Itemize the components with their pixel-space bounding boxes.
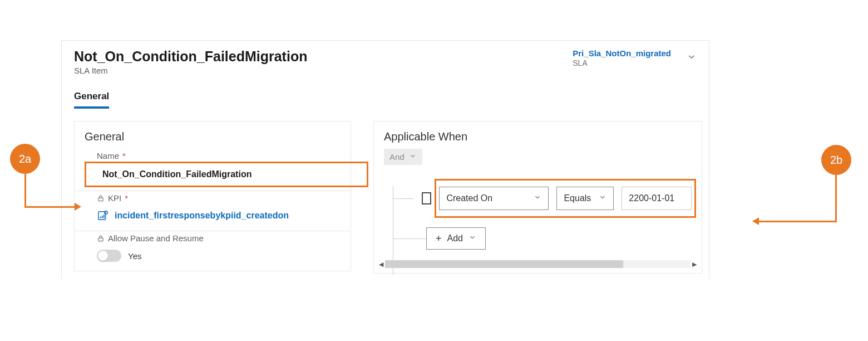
allow-pause-toggle[interactable] (97, 250, 121, 262)
svg-rect-0 (98, 198, 103, 201)
arrow-right-icon (75, 203, 81, 211)
scroll-track[interactable] (385, 260, 691, 268)
related-sla-link[interactable]: Pri_Sla_NotOn_migrated (573, 48, 671, 58)
lock-icon (97, 194, 105, 202)
allow-pause-toggle-row: Yes (97, 246, 341, 265)
related-sla-sub: SLA (573, 59, 671, 67)
svg-rect-2 (100, 217, 101, 218)
svg-rect-3 (102, 216, 103, 218)
svg-rect-6 (98, 238, 103, 241)
svg-rect-4 (103, 215, 105, 218)
group-operator-label: And (389, 152, 405, 162)
allow-pause-label: Allow Pause and Resume (108, 233, 204, 243)
callout-line (24, 206, 76, 208)
tree-connector (393, 198, 414, 199)
callout-line (835, 175, 837, 222)
chevron-down-icon (468, 233, 476, 243)
related-sla-block[interactable]: Pri_Sla_NotOn_migrated SLA (573, 48, 697, 67)
scroll-right-arrow[interactable]: ▶ (691, 261, 698, 268)
lock-icon (97, 235, 105, 242)
page-title: Not_On_Condition_FailedMigration (74, 48, 307, 65)
kpi-entity-icon (97, 210, 109, 222)
name-label-row: Name* (97, 151, 341, 160)
highlight-condition (435, 179, 696, 218)
callout-badge-2a: 2a (10, 144, 40, 174)
group-operator-pill[interactable]: And (384, 149, 422, 165)
allow-label-row: Allow Pause and Resume (97, 233, 341, 243)
applicable-panel-title: Applicable When (374, 121, 702, 149)
general-panel-title: General (75, 121, 351, 149)
callout-line (758, 221, 837, 222)
kpi-label-row: KPI* (97, 193, 341, 203)
horizontal-scrollbar[interactable]: ◀ ▶ (377, 260, 698, 269)
required-indicator: * (122, 151, 126, 160)
tab-bar: General (62, 77, 709, 109)
svg-point-5 (105, 211, 108, 215)
highlight-name (85, 162, 368, 187)
field-kpi: KPI* incident_firstresponsebykpiid_creat… (75, 191, 351, 231)
kpi-value-link[interactable]: incident_firstresponsebykpiid_createdon (115, 211, 289, 221)
add-condition-button[interactable]: + Add (426, 227, 486, 250)
condition-row-checkbox[interactable] (422, 192, 431, 204)
form-header: Not_On_Condition_FailedMigration SLA Ite… (62, 41, 709, 77)
plus-icon: + (436, 233, 442, 245)
name-label: Name (97, 151, 119, 160)
add-button-label: Add (447, 233, 463, 243)
general-panel: General Name* Not_On_Condition_FailedMig… (74, 121, 351, 271)
scroll-thumb[interactable] (385, 260, 623, 268)
tree-connector (393, 238, 426, 239)
add-condition-row: + Add (384, 227, 692, 250)
record-type-subtitle: SLA Item (74, 66, 307, 75)
callout-badge-2b: 2b (821, 145, 851, 175)
kpi-label: KPI (108, 193, 121, 203)
scroll-left-arrow[interactable]: ◀ (377, 261, 385, 268)
field-allow-pause: Allow Pause and Resume Yes (75, 231, 351, 271)
tab-general[interactable]: General (74, 87, 109, 109)
chevron-down-icon[interactable] (687, 52, 697, 64)
related-sla-text: Pri_Sla_NotOn_migrated SLA (573, 48, 671, 67)
required-indicator: * (125, 193, 128, 203)
allow-pause-value: Yes (128, 251, 141, 261)
chevron-down-icon (409, 152, 417, 162)
arrow-left-icon (752, 217, 759, 225)
callout-line (24, 174, 26, 207)
title-block: Not_On_Condition_FailedMigration SLA Ite… (74, 48, 307, 75)
kpi-value-row: incident_firstresponsebykpiid_createdon (97, 206, 341, 225)
sla-item-form: Not_On_Condition_FailedMigration SLA Ite… (61, 40, 709, 279)
